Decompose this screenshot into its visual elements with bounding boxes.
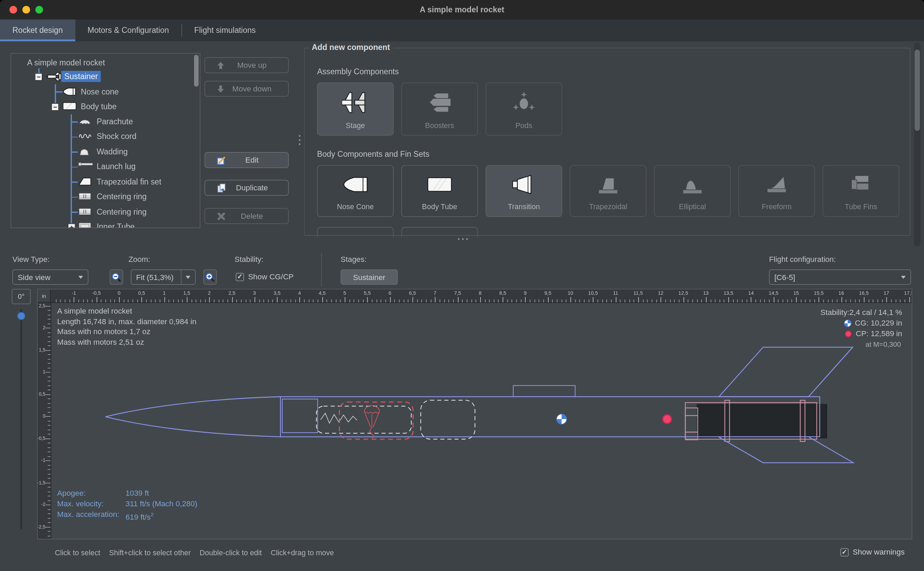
rotation-slider-track[interactable] xyxy=(20,309,22,529)
tree-item-centering-ring[interactable]: Centering ring xyxy=(11,204,200,220)
tree-item-label[interactable]: Shock cord xyxy=(94,131,140,142)
flight-configuration-select[interactable]: [C6-5] xyxy=(769,269,911,285)
ruler-tick xyxy=(756,299,756,302)
tree-item-sustainer[interactable]: −Sustainer xyxy=(11,69,200,84)
ruler-tick xyxy=(142,297,142,302)
zoom-out-button[interactable] xyxy=(109,269,123,285)
tree-root-label[interactable]: A simple model rocket xyxy=(24,57,108,68)
ruler-tick xyxy=(336,299,336,302)
add-trapezoidal-button: Trapezoidal xyxy=(570,165,647,217)
rotation-slider-knob[interactable] xyxy=(17,312,25,320)
view-type-select[interactable]: Side view xyxy=(12,269,88,285)
splitter-handle[interactable] xyxy=(299,135,300,145)
component-button-label: Freeform xyxy=(762,203,792,211)
add-nose-cone-button[interactable]: Nose Cone xyxy=(317,165,394,217)
collapse-toggle-icon[interactable]: − xyxy=(51,103,59,110)
tree-item-label[interactable]: Sustainer xyxy=(61,71,101,82)
show-cgcp-control[interactable]: ✓ Show CG/CP xyxy=(236,273,294,281)
tree-item-trapezoidal-fin-set[interactable]: Trapezoidal fin set xyxy=(11,174,200,190)
ruler-tick xyxy=(48,531,51,532)
panel-collapse-handle[interactable] xyxy=(458,238,468,240)
tree-item-nose-cone[interactable]: Nose cone xyxy=(11,84,200,99)
tree-item-inner-tube[interactable]: +Inner Tube xyxy=(11,219,200,228)
ruler-tick xyxy=(521,299,522,302)
duplicate-icon xyxy=(217,183,226,193)
tab-flight-simulations[interactable]: Flight simulations xyxy=(182,20,268,42)
zoom-in-button[interactable] xyxy=(203,269,217,285)
tree-item-centering-ring[interactable]: Centering ring xyxy=(11,189,200,205)
ruler-label: 14,5 xyxy=(768,290,778,296)
ruler-tick xyxy=(701,299,702,302)
tree-item-label[interactable]: Inner Tube xyxy=(94,221,137,228)
pods-icon xyxy=(512,91,536,113)
ruler-tick xyxy=(647,299,648,302)
application-window: A simple model rocket Rocket designMotor… xyxy=(0,0,924,571)
ruler-tick xyxy=(182,299,183,302)
stage-toggle-sustainer[interactable]: Sustainer xyxy=(340,269,398,285)
tree-item-body-tube[interactable]: −Body tube xyxy=(11,99,200,114)
show-cgcp-checkbox[interactable]: ✓ xyxy=(236,273,244,281)
tree-item-label[interactable]: Trapezoidal fin set xyxy=(94,176,164,187)
chevron-down-icon xyxy=(79,276,83,279)
ruler-tick xyxy=(178,299,178,302)
tree-item-launch-lug[interactable]: Launch lug xyxy=(11,159,200,174)
tree-scrollbar-thumb[interactable] xyxy=(194,55,199,86)
ruler-tick xyxy=(764,299,765,302)
tab-motors-configuration[interactable]: Motors & Configuration xyxy=(75,20,182,42)
button-label: Move down xyxy=(233,84,271,93)
add-stage-button[interactable]: Stage xyxy=(317,82,394,136)
ruler-tick xyxy=(358,299,359,302)
show-warnings-control[interactable]: ✓ Show warnings xyxy=(840,548,904,557)
ruler-label: 0,5 xyxy=(38,391,45,397)
ruler-tick xyxy=(516,299,517,302)
ruler-tick xyxy=(733,299,734,302)
ruler-tick xyxy=(494,299,494,302)
tree-item-label[interactable]: Launch lug xyxy=(94,161,139,172)
rocket-view-panel[interactable]: -1-0,500,511,522,533,544,555,566,577,588… xyxy=(37,289,912,540)
cg-marker xyxy=(556,414,567,424)
tree-item-label[interactable]: Parachute xyxy=(94,116,136,127)
arrow-up-icon xyxy=(217,61,225,69)
tree-item-label[interactable]: Centering ring xyxy=(94,191,149,202)
engine-block-outline xyxy=(685,408,698,440)
ruler-tick xyxy=(539,299,540,302)
tree-item-label[interactable]: Nose cone xyxy=(78,86,122,97)
ruler-tick xyxy=(665,299,666,302)
tree-item-shock-cord[interactable]: Shock cord xyxy=(11,129,200,145)
show-warnings-checkbox[interactable]: ✓ xyxy=(840,548,849,556)
add-body-tube-button[interactable]: Body Tube xyxy=(402,165,478,217)
tree-item-label[interactable]: Centering ring xyxy=(94,206,149,218)
ruler-tick xyxy=(48,478,51,478)
ruler-tick xyxy=(868,299,869,302)
component-button-label: Nose Cone xyxy=(337,203,374,211)
ruler-tick xyxy=(48,487,51,488)
add-component-button-clipped[interactable] xyxy=(317,227,394,237)
ruler-tick xyxy=(48,412,51,412)
expand-toggle-icon[interactable]: + xyxy=(68,223,75,228)
body-tube-icon xyxy=(63,102,77,110)
ruler-tick xyxy=(638,297,639,302)
collapse-toggle-icon[interactable]: − xyxy=(35,73,42,80)
tree-item-wadding[interactable]: Wadding xyxy=(11,144,200,159)
add-transition-button[interactable]: Transition xyxy=(486,165,562,217)
tree-item-label[interactable]: Body tube xyxy=(78,101,119,112)
zoom-level-select[interactable]: Fit (51,3%) xyxy=(131,269,196,285)
delete-button[interactable]: Delete xyxy=(205,208,289,224)
show-warnings-label: Show warnings xyxy=(853,548,905,557)
scrollbar-thumb[interactable] xyxy=(915,49,919,131)
duplicate-button[interactable]: Duplicate xyxy=(205,180,289,196)
ruler-tick xyxy=(97,297,97,302)
ruler-tick xyxy=(823,299,824,302)
move-up-button[interactable]: Move up xyxy=(205,57,289,73)
ruler-tick xyxy=(431,299,431,302)
hint-double-click-to-edit: Double-click to edit xyxy=(200,549,262,557)
ruler-tick xyxy=(845,299,846,302)
edit-button[interactable]: Edit xyxy=(205,152,289,168)
add-freeform-button: Freeform xyxy=(739,165,815,217)
boosters-icon xyxy=(426,92,453,112)
tab-rocket-design[interactable]: Rocket design xyxy=(0,20,75,42)
tree-item-label[interactable]: Wadding xyxy=(94,146,131,157)
add-component-button-clipped[interactable] xyxy=(402,227,478,237)
tree-item-parachute[interactable]: Parachute xyxy=(11,114,200,130)
move-down-button[interactable]: Move down xyxy=(205,81,289,97)
